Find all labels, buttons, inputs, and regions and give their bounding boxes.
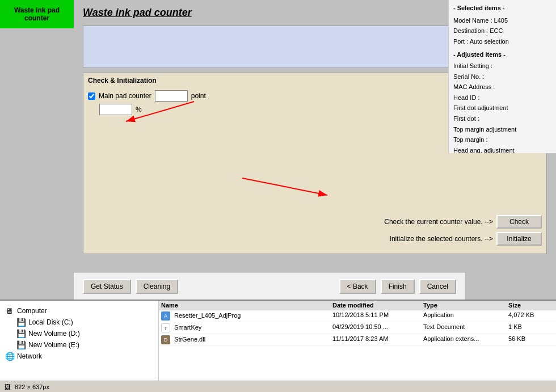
status-size: 🖼 822 × 637px <box>5 383 49 390</box>
get-status-button[interactable]: Get Status <box>83 279 131 294</box>
col-type: Type <box>423 302 508 309</box>
serial-no: Serial No. : <box>453 72 551 82</box>
first-dot: First dot : <box>453 114 551 124</box>
main-pad-counter-label: Main pad counter <box>99 92 151 100</box>
computer-icon: 🖥 <box>5 306 15 315</box>
selected-items-header: - Selected items - <box>453 3 551 14</box>
file-size-smartkey: 1 KB <box>508 323 554 332</box>
check-init-buttons-area: Check the current counter value. --> Che… <box>83 215 546 249</box>
cleaning-button[interactable]: Cleaning <box>136 279 178 294</box>
volume-d-label: New Volume (D:) <box>28 330 80 338</box>
file-date-smartkey: 04/29/2019 10:50 ... <box>332 323 423 332</box>
head-id: Head ID : <box>453 93 551 103</box>
point-label: point <box>191 92 206 100</box>
back-button[interactable]: < Back <box>339 279 376 294</box>
head-ang-adj: Head ang. adjustment <box>453 146 551 153</box>
right-panel-scroll[interactable]: - Selected items - Model Name : L405 Des… <box>449 0 556 153</box>
tree-item-network[interactable]: 🌐 Network <box>5 351 154 362</box>
adjusted-header: - Adjusted items - <box>453 50 551 60</box>
finish-button[interactable]: Finish <box>381 279 415 294</box>
col-size: Size <box>508 302 554 309</box>
local-disk-icon: 💾 <box>16 318 26 327</box>
init-prompt-label: Initialize the selected counters. --> <box>390 235 493 243</box>
file-date-strgene: 11/11/2017 8:23 AM <box>332 335 423 344</box>
file-name-strgene: D StrGene.dll <box>161 335 332 344</box>
cancel-button[interactable]: Cancel <box>419 279 456 294</box>
status-bar: 🖼 822 × 637px <box>0 381 556 392</box>
file-type-resetter: Application <box>423 311 508 321</box>
destination: Destination : ECC <box>453 26 551 36</box>
tree-item-local-disk[interactable]: 💾 Local Disk (C:) <box>16 317 154 328</box>
folder-tree[interactable]: 🖥 Computer 💾 Local Disk (C:) 💾 New Volum… <box>0 301 159 392</box>
first-dot-adj: First dot adjustment <box>453 103 551 113</box>
top-margin: Top margin : <box>453 135 551 145</box>
initial-setting: Initial Setting : <box>453 61 551 71</box>
top-margin-adj: Top margin adjustment <box>453 125 551 135</box>
check-button[interactable]: Check <box>496 215 542 229</box>
tree-item-computer[interactable]: 🖥 Computer <box>5 305 154 317</box>
tree-item-volume-d[interactable]: 💾 New Volume (D:) <box>16 328 154 339</box>
file-explorer: 🖥 Computer 💾 Local Disk (C:) 💾 New Volum… <box>0 300 556 392</box>
percent-label: % <box>136 106 142 113</box>
main-pad-counter-checkbox[interactable] <box>88 92 95 100</box>
file-size-strgene: 56 KB <box>508 335 554 344</box>
volume-e-label: New Volume (E:) <box>28 341 79 349</box>
local-disk-label: Local Disk (C:) <box>28 318 73 326</box>
file-date-resetter: 10/12/2018 5:11 PM <box>332 311 423 321</box>
file-name-smartkey: T SmartKey <box>161 323 332 332</box>
model-name: Model Name : L405 <box>453 16 551 26</box>
network-icon: 🌐 <box>5 352 15 361</box>
green-tab[interactable]: Waste ink pad counter <box>0 0 74 28</box>
tree-item-volume-e[interactable]: 💾 New Volume (E:) <box>16 339 154 351</box>
file-type-strgene: Application extens... <box>423 335 508 344</box>
right-info-panel: - Selected items - Model Name : L405 Des… <box>448 0 556 153</box>
file-list[interactable]: Name Date modified Type Size A Resetter_… <box>159 301 556 392</box>
mac-address: MAC Address : <box>453 82 551 92</box>
green-tab-label: Waste ink pad counter <box>2 6 71 22</box>
dialog-bottom-buttons: Get Status Cleaning < Back Finish Cancel <box>74 272 465 300</box>
computer-label: Computer <box>17 307 47 315</box>
file-row-strgene[interactable]: D StrGene.dll 11/11/2017 8:23 AM Applica… <box>159 334 556 346</box>
file-row-smartkey[interactable]: T SmartKey 04/29/2019 10:50 ... Text Doc… <box>159 322 556 334</box>
volume-d-icon: 💾 <box>16 329 26 338</box>
check-prompt-label: Check the current counter value. --> <box>384 218 493 226</box>
file-name-resetter: A Resetter_L405_AdjProg <box>161 311 332 321</box>
initialize-button[interactable]: Initialize <box>496 232 542 246</box>
point-input-1[interactable] <box>155 90 188 102</box>
volume-e-icon: 💾 <box>16 340 26 349</box>
port: Port : Auto selection <box>453 37 551 47</box>
col-date: Date modified <box>332 302 423 309</box>
col-name: Name <box>161 302 332 309</box>
file-type-smartkey: Text Document <box>423 323 508 332</box>
file-size-resetter: 4,072 KB <box>508 311 554 321</box>
network-label: Network <box>17 352 42 360</box>
file-list-header: Name Date modified Type Size <box>159 301 556 310</box>
file-row-resetter[interactable]: A Resetter_L405_AdjProg 10/12/2018 5:11 … <box>159 310 556 322</box>
percent-input[interactable] <box>99 104 132 115</box>
svg-line-3 <box>242 178 327 195</box>
